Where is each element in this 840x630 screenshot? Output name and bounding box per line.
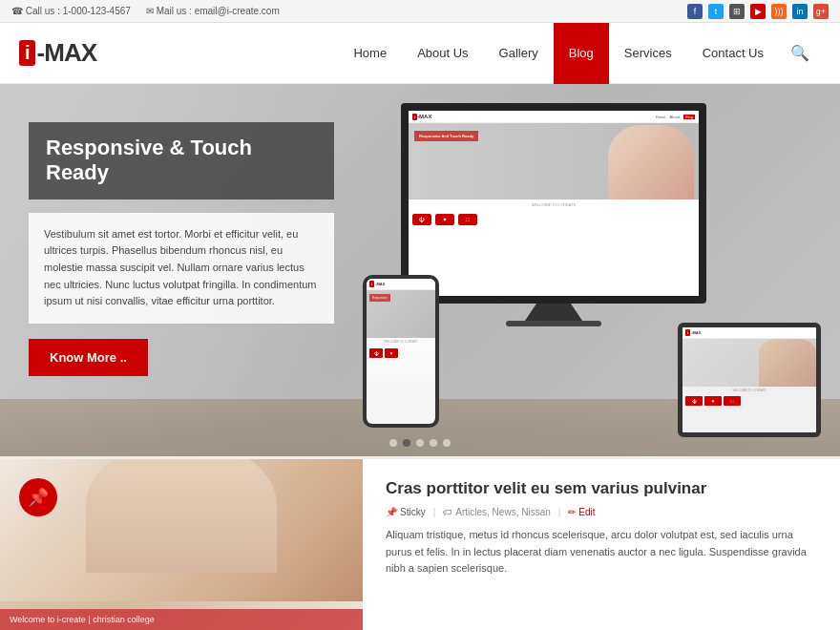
dot-5[interactable] bbox=[443, 439, 451, 447]
tablet-hero-mini bbox=[682, 339, 816, 387]
hero-carousel-dots bbox=[389, 439, 451, 447]
nav-contact[interactable]: Contact Us bbox=[687, 23, 779, 84]
tablet-mockup: i-MAX WELCOME TO I-CREATE ⏻ ♥ □ bbox=[678, 323, 821, 437]
edit-label: Edit bbox=[578, 507, 595, 517]
tablet-welcome-text: WELCOME TO I-CREATE bbox=[682, 387, 816, 394]
blog-pin-button[interactable]: 📌 bbox=[19, 478, 57, 516]
tablet-icon-3: □ bbox=[724, 396, 741, 406]
email-text: Mail us : email@i-create.com bbox=[157, 6, 280, 16]
dot-3[interactable] bbox=[416, 439, 424, 447]
screen-hero-title-mini: Responsive And Touch Ready bbox=[414, 131, 478, 141]
blog-image-overlay: Welcome to i-create | christian college bbox=[0, 609, 363, 630]
screen-logo-i-mini: i bbox=[412, 114, 417, 120]
linkedin-icon[interactable]: in bbox=[792, 4, 808, 19]
know-more-button[interactable]: Know More .. bbox=[29, 339, 148, 376]
screen-icon-3: □ bbox=[458, 214, 477, 225]
email-icon: ✉ bbox=[146, 6, 154, 16]
phone-hero-text-mini: Responsive bbox=[369, 294, 390, 302]
windows-icon[interactable]: ⊞ bbox=[729, 4, 745, 19]
dot-4[interactable] bbox=[430, 439, 437, 447]
phone-welcome-text: WELCOME TO I-CREATE bbox=[367, 338, 435, 346]
hero-content: Responsive & Touch Ready Vestibulum sit … bbox=[29, 122, 334, 376]
search-icon[interactable]: 🔍 bbox=[779, 44, 821, 62]
phone-header: i-MAX bbox=[367, 279, 435, 290]
screen-logo-mini: i-MAX bbox=[412, 114, 431, 119]
sticky-label: Sticky bbox=[400, 507, 426, 517]
devices-area: i-MAX HomeAboutBlog Responsive And Touch… bbox=[305, 94, 821, 447]
logo[interactable]: i -MAX bbox=[19, 38, 96, 68]
screen-girl-image bbox=[608, 125, 694, 200]
nav-blog[interactable]: Blog bbox=[554, 23, 609, 84]
phone-screen: i-MAX Responsive WELCOME TO I-CREATE ⏻ ♥ bbox=[367, 279, 435, 424]
nav-home[interactable]: Home bbox=[338, 23, 402, 84]
blog-section: 📌 Welcome to i-create | christian colleg… bbox=[0, 456, 840, 630]
blog-sticky-badge: 📌 Sticky bbox=[386, 507, 426, 517]
tag-labels: Articles, News, Nissan bbox=[455, 507, 550, 517]
dot-2[interactable] bbox=[403, 439, 410, 447]
monitor-screen: i-MAX HomeAboutBlog Responsive And Touch… bbox=[401, 103, 706, 304]
hero-title: Responsive & Touch Ready bbox=[46, 136, 317, 186]
phone-icon-1: ⏻ bbox=[369, 348, 383, 358]
monitor-stand bbox=[525, 304, 582, 321]
blog-girl-silhouette bbox=[86, 459, 277, 573]
phone-info: ☎ Call us : 1-000-123-4567 bbox=[11, 6, 131, 16]
hero-title-box: Responsive & Touch Ready bbox=[29, 122, 334, 200]
meta-divider-2: | bbox=[558, 507, 561, 517]
top-bar-contact: ☎ Call us : 1-000-123-4567 ✉ Mail us : e… bbox=[11, 6, 280, 16]
nav-about[interactable]: About Us bbox=[402, 23, 483, 84]
screen-icon-2: ♥ bbox=[435, 214, 454, 225]
blog-meta: 📌 Sticky | 🏷 Articles, News, Nissan | ✏ … bbox=[386, 507, 817, 517]
logo-i: i bbox=[19, 40, 35, 66]
blog-post-title: Cras porttitor velit eu sem varius pulvi… bbox=[386, 478, 817, 499]
screen-bottom-icons: ⏻ ♥ □ bbox=[409, 210, 699, 229]
screen-content: i-MAX HomeAboutBlog Responsive And Touch… bbox=[409, 111, 699, 296]
phone-mockup: i-MAX Responsive WELCOME TO I-CREATE ⏻ ♥ bbox=[363, 275, 439, 428]
screen-hero-mini: Responsive And Touch Ready bbox=[409, 123, 699, 200]
top-bar: ☎ Call us : 1-000-123-4567 ✉ Mail us : e… bbox=[0, 0, 840, 23]
phone-logo-i: i bbox=[369, 281, 374, 287]
screen-header: i-MAX HomeAboutBlog bbox=[409, 111, 699, 123]
blog-girl-bg bbox=[0, 459, 363, 601]
nav-gallery[interactable]: Gallery bbox=[484, 23, 554, 84]
screen-welcome-text: WELCOME TO I-CREATE bbox=[409, 200, 699, 210]
tablet-girl-image bbox=[759, 339, 816, 387]
blog-excerpt: Aliquam tristique, metus id rhoncus scel… bbox=[386, 527, 817, 578]
dot-1[interactable] bbox=[389, 439, 397, 447]
tag-icon: 🏷 bbox=[443, 507, 452, 517]
logo-text: -MAX bbox=[37, 38, 96, 68]
phone-icon: ☎ bbox=[11, 6, 23, 16]
edit-icon: ✏ bbox=[568, 507, 576, 517]
phone-text: Call us : 1-000-123-4567 bbox=[26, 6, 131, 16]
screen-nav-mini: HomeAboutBlog bbox=[656, 115, 695, 119]
header: i -MAX Home About Us Gallery Blog Servic… bbox=[0, 23, 840, 84]
hero-text-box: Vestibulum sit amet est tortor. Morbi et… bbox=[29, 213, 334, 324]
hero-body-text: Vestibulum sit amet est tortor. Morbi et… bbox=[44, 226, 319, 310]
googleplus-icon[interactable]: g+ bbox=[813, 4, 829, 19]
phone-icon-2: ♥ bbox=[385, 348, 398, 358]
nav-services[interactable]: Services bbox=[609, 23, 687, 84]
blog-edit-link[interactable]: ✏ Edit bbox=[568, 507, 595, 517]
screen-icon-1: ⏻ bbox=[412, 214, 431, 225]
meta-divider-1: | bbox=[433, 507, 436, 517]
blog-tags: 🏷 Articles, News, Nissan bbox=[443, 507, 550, 517]
rss-icon[interactable]: ))) bbox=[771, 4, 787, 19]
youtube-icon[interactable]: ▶ bbox=[750, 4, 766, 19]
twitter-icon[interactable]: t bbox=[708, 4, 724, 19]
tablet-icon-1: ⏻ bbox=[685, 396, 703, 406]
tablet-logo-i: i bbox=[685, 329, 690, 336]
main-nav: Home About Us Gallery Blog Services Cont… bbox=[338, 23, 821, 84]
tablet-screen: i-MAX WELCOME TO I-CREATE ⏻ ♥ □ bbox=[682, 327, 816, 432]
blog-content: Cras porttitor velit eu sem varius pulvi… bbox=[363, 459, 840, 630]
tablet-header: i-MAX bbox=[682, 327, 816, 339]
facebook-icon[interactable]: f bbox=[687, 4, 703, 19]
hero-section: Responsive & Touch Ready Vestibulum sit … bbox=[0, 84, 840, 456]
tablet-icon-2: ♥ bbox=[704, 396, 722, 406]
tablet-icons-mini: ⏻ ♥ □ bbox=[682, 394, 816, 408]
phone-icons-mini: ⏻ ♥ bbox=[367, 346, 435, 361]
blog-image: 📌 Welcome to i-create | christian colleg… bbox=[0, 459, 363, 630]
phone-hero-mini: Responsive bbox=[367, 290, 435, 338]
social-icons: f t ⊞ ▶ ))) in g+ bbox=[687, 4, 829, 19]
blog-overlay-text: Welcome to i-create | christian college bbox=[10, 615, 155, 624]
email-info: ✉ Mail us : email@i-create.com bbox=[146, 6, 280, 16]
monitor-base bbox=[506, 321, 601, 326]
